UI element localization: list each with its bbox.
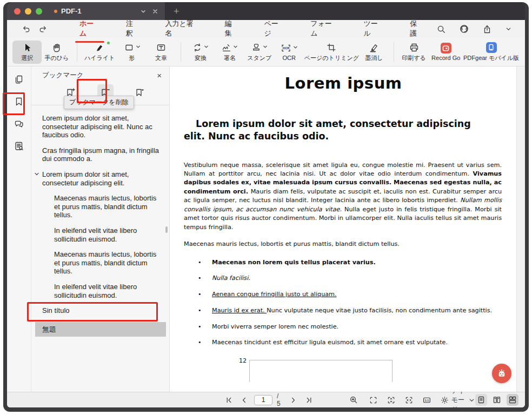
doc-bullet-item: •Mauris id ex erat. Nunc vulputate neque… — [198, 306, 495, 315]
textbox-icon — [156, 42, 167, 53]
toolbar-button-label: 文章 — [155, 54, 167, 62]
bookmark-item[interactable]: In eleifend velit vitae libero sollicitu… — [54, 226, 163, 243]
robot-icon — [496, 367, 508, 379]
ribbon-tabbar: ホーム注釈入力と署名編集ページフォームツール保護 — [7, 20, 525, 38]
tab-close-icon[interactable] — [152, 8, 158, 15]
bookmark-item[interactable]: Sin título — [42, 306, 163, 315]
text-run: Mauris id ex erat. — [212, 307, 267, 314]
toolbar-button-スタンプ[interactable]: スタンプ — [244, 41, 275, 64]
toolbar-button-label: ページのトリミング — [304, 54, 359, 62]
bookmark-item[interactable]: Lorem ipsum dolor sit amet, consectetur … — [42, 170, 163, 187]
redo-icon[interactable] — [39, 24, 48, 34]
tab-chevron-down-icon[interactable] — [140, 8, 147, 15]
bookmark-item[interactable]: Cras fringilla ipsum magna, in fringilla… — [42, 146, 163, 163]
share-icon[interactable] — [482, 24, 492, 34]
bookmarks-icon[interactable] — [11, 94, 26, 109]
toolbar-button-label: 署名 — [224, 54, 236, 62]
toolbar-button-変換[interactable]: 変換 — [186, 41, 215, 64]
last-page-icon[interactable] — [303, 394, 315, 406]
undo-icon[interactable] — [21, 24, 30, 34]
toolbar-button-ページのトリミング[interactable]: ページのトリミング — [304, 41, 360, 64]
ocr-icon: OCR — [280, 43, 292, 53]
toolbar-button-形[interactable]: 形 — [117, 41, 147, 64]
shape-icon — [124, 42, 135, 53]
toolbar-button-OCR[interactable]: OCROCR — [275, 41, 304, 63]
toolbar-button-label: 形 — [129, 54, 135, 62]
ribbon-collapse-chevron-icon[interactable] — [505, 25, 512, 32]
bookmark-item[interactable]: Lorem ipsum dolor sit amet, consectetur … — [42, 114, 163, 139]
ribbon-tab-ホーム[interactable]: ホーム — [66, 20, 113, 43]
bullet-text: Aenean congue fringilla justo ut aliquam… — [212, 290, 337, 299]
sun-icon — [441, 396, 449, 404]
ribbon-tab-入力と署名[interactable]: 入力と署名 — [152, 20, 211, 43]
fit-controls: 1:1 — [368, 394, 433, 406]
support-icon[interactable] — [459, 24, 469, 34]
ribbon-tab-保護[interactable]: 保護 — [397, 20, 436, 43]
search-icon[interactable] — [436, 24, 446, 34]
fit-page-icon[interactable] — [368, 394, 380, 406]
toolbar-button-手のひら[interactable]: 手のひら — [42, 41, 72, 64]
first-page-icon[interactable] — [223, 394, 235, 406]
toolbar-button-墨消し[interactable]: 墨消し — [360, 41, 389, 64]
document-scrollbar[interactable] — [516, 66, 525, 392]
doc-bullet-item: •Nulla facilisi. — [198, 274, 495, 283]
bookmark-panel-scrollbar[interactable] — [165, 226, 168, 233]
new-tab-button[interactable]: + — [174, 6, 179, 16]
highlighter-icon — [94, 42, 105, 53]
fit-height-icon[interactable] — [385, 394, 397, 406]
statusbar: / 5 1:1 デイモード — [7, 392, 525, 407]
doc-search-icon[interactable] — [11, 138, 26, 153]
zoom-window-button[interactable] — [36, 8, 42, 15]
toolbar-button-ハイライト[interactable]: ハイライト — [82, 41, 117, 64]
text-run: Nunc vulputate neque vitae justo facilis… — [267, 307, 492, 314]
toolbar-divider — [394, 42, 394, 62]
bookmark-item[interactable]: In eleifend velit vitae libero sollicitu… — [54, 283, 163, 299]
single-page-view-icon[interactable] — [475, 394, 487, 406]
bookmarks-panel-title: ブックマーク — [42, 71, 83, 80]
bookmark-item[interactable]: Maecenas mauris lectus, lobortis et puru… — [54, 250, 163, 276]
minimize-window-button[interactable] — [25, 8, 31, 15]
bookmark-item-label: Cras fringilla ipsum magna, in fringilla… — [42, 146, 159, 163]
document-tab[interactable]: PDF-1 — [7, 2, 165, 20]
toolbar-button-選択[interactable]: 選択 — [12, 41, 42, 64]
ribbon-tab-編集[interactable]: 編集 — [212, 20, 251, 43]
comments-icon[interactable] — [11, 116, 26, 131]
toolbar-button-署名[interactable]: 署名 — [215, 41, 244, 64]
toolbar-button-文章[interactable]: 文章 — [147, 41, 176, 64]
ribbon-tab-ページ[interactable]: ページ — [251, 20, 297, 43]
thumbnails-icon[interactable] — [11, 72, 26, 87]
mobile-icon — [486, 42, 497, 53]
close-window-button[interactable] — [14, 8, 21, 15]
continuous-view-icon[interactable] — [507, 394, 518, 406]
text-run: Maecenas non lorem quis tellus placerat … — [212, 259, 376, 266]
actual-size-icon[interactable]: 1:1 — [421, 394, 433, 406]
page-number-input[interactable] — [254, 395, 272, 405]
bookmarks-close-icon[interactable]: × — [157, 71, 162, 79]
collapse-chevron-icon[interactable] — [34, 171, 39, 177]
toolbar-button-PDFgear モバイル版[interactable]: PDFgear モバイル版 — [463, 41, 520, 64]
ribbon-tab-フォーム[interactable]: フォーム — [297, 20, 350, 43]
toolbar-button-印刷する[interactable]: 印刷する — [399, 41, 429, 64]
doc-title: Lorem ipsum — [170, 74, 517, 92]
bookmark-item[interactable]: Maecenas mauris lectus, lobortis et puru… — [54, 194, 163, 219]
doc-paragraph: Vestibulum neque massa, scelerisque sit … — [184, 161, 502, 232]
prev-page-icon[interactable] — [239, 394, 250, 406]
next-page-icon[interactable] — [288, 394, 300, 406]
doc-bullet-item: •Morbi viverra semper lorem nec molestie… — [198, 323, 495, 331]
bookmark-item[interactable]: 無題 — [35, 322, 166, 337]
chart-axis-tick: 12 — [239, 357, 247, 364]
fit-width-icon[interactable] — [403, 394, 415, 406]
expand-bookmark-icon[interactable] — [132, 84, 148, 101]
zoom-in-icon[interactable] — [349, 394, 358, 406]
toolbar-button-Record Go[interactable]: Record Go — [429, 41, 463, 63]
signature-icon — [221, 42, 232, 53]
bullet-dot: • — [198, 323, 212, 331]
two-page-view-icon[interactable] — [491, 394, 503, 406]
text-run: Aenean congue fringilla justo ut aliquam… — [212, 291, 337, 298]
bookmarks-panel: ブックマーク × ブックマークを削除 Lorem ipsum dolor sit… — [31, 66, 170, 392]
robot-assistant-button[interactable] — [492, 364, 511, 383]
ribbon-tab-注釈[interactable]: 注釈 — [113, 20, 152, 43]
ribbon-tab-ツール[interactable]: ツール — [351, 20, 397, 43]
toolbar-button-label: スタンプ — [247, 54, 271, 62]
doc-heading: Lorem ipsum dolor sit amet, consectetur … — [184, 118, 484, 143]
